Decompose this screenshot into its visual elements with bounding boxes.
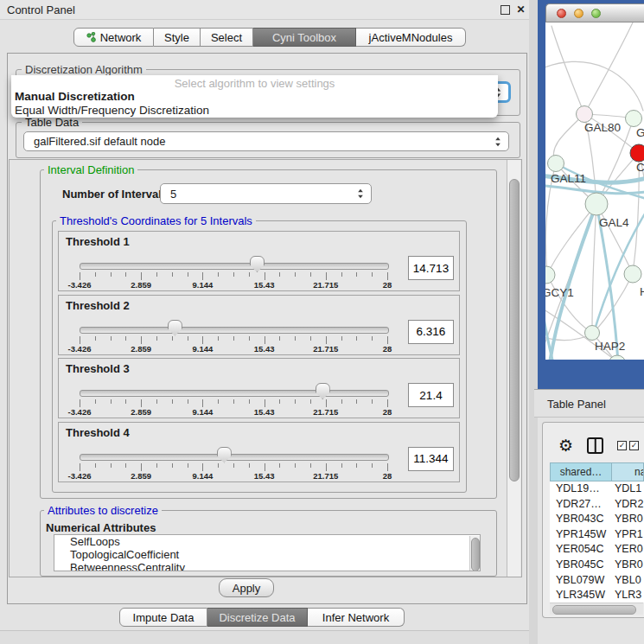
tab-jactivemnodules[interactable]: jActiveMNodules [356,28,466,47]
network-node[interactable] [585,326,600,341]
slider-track[interactable] [80,390,389,397]
attributes-group-label: Attributes to discretize [44,504,162,517]
tab-impute-data[interactable]: Impute Data [119,608,207,627]
panel-vertical-scrollbar[interactable] [507,160,520,577]
slider-tick [326,272,327,280]
slider-tick-labels: -3.4262.8599.14415.4321.71528 [80,344,388,354]
select-all-columns-icon[interactable]: ✓ [629,441,639,450]
dropdown-option-equal-width[interactable]: Equal Width/Frequency Discretization [15,104,501,117]
close-traffic-light-icon[interactable] [557,9,566,18]
attribute-list-item[interactable]: TopologicalCoefficient [54,548,480,561]
interval-definition-label: Interval Definition [44,163,137,176]
threshold-value-field[interactable] [408,447,454,471]
network-node[interactable] [630,144,644,162]
table-row[interactable]: YDL19…YDL1 [550,481,644,497]
network-node[interactable] [548,156,564,172]
column-layout-icon[interactable] [587,437,603,454]
tab-cyni-toolbox[interactable]: Cyni Toolbox [253,28,356,47]
slider-tick [188,336,188,341]
slider-tick [80,463,80,471]
slider-tick [372,463,373,468]
select-columns-icon[interactable]: ✓ [617,441,627,450]
threshold-value-field[interactable] [408,320,454,344]
tick-label: 2.859 [131,471,151,481]
threshold-label: Threshold 1 [66,235,130,248]
slider-tick [265,272,265,280]
slider-track[interactable] [80,454,389,461]
tab-label: Discretize Data [219,611,295,624]
table-row[interactable]: YBR043CYBR0 [550,512,644,527]
numerical-attributes-label: Numerical Attributes [46,521,156,534]
cell-name: YBL0 [615,573,641,589]
gear-icon[interactable]: ⚙ [558,437,573,455]
column-header-name[interactable]: name [611,462,644,481]
network-node[interactable] [577,106,593,123]
scrollbar-thumb[interactable] [552,605,636,615]
table-horizontal-scrollbar[interactable] [550,603,643,615]
tab-label: Cyni Toolbox [272,31,336,44]
tab-discretize-data[interactable]: Discretize Data [207,608,308,627]
slider-tick [233,463,234,468]
table-data-combobox[interactable]: galFiltered.sif default node [23,131,509,151]
network-node[interactable] [585,193,608,215]
slider-tick [156,336,157,341]
column-header-shared[interactable]: shared… [550,462,612,481]
slider-track[interactable] [80,327,389,334]
float-window-icon[interactable] [500,4,511,16]
attribute-list-item[interactable]: BetweennessCentrality [54,561,480,571]
scrollbar-thumb[interactable] [471,538,480,571]
network-canvas[interactable]: GAL80GACGAL11GAL4GCY1HHAP2 [545,22,644,360]
tick-label: 15.43 [254,407,275,417]
tab-network[interactable]: Network [73,28,154,47]
tab-style[interactable]: Style [154,28,201,47]
cell-name: YDR2 [615,497,643,513]
close-window-icon[interactable]: ✕ [515,4,526,16]
list-vertical-scrollbar[interactable] [469,536,481,571]
threshold-value-field[interactable] [408,383,454,407]
network-node[interactable] [626,111,642,127]
slider-tick [80,399,80,407]
network-window-titlebar[interactable] [545,3,644,22]
table-panel-header: Table Panel [534,389,644,418]
dropdown-option-manual[interactable]: Manual Discretization [15,90,501,103]
slider-track[interactable] [80,263,389,270]
table-row[interactable]: YLR345WYLR3 [550,588,644,603]
attribute-list-item[interactable]: SelfLoops [54,535,480,548]
slider-tick [295,463,296,468]
tab-select[interactable]: Select [201,28,253,47]
network-node[interactable] [624,265,641,283]
slider-tick [387,272,388,280]
slider-handle[interactable] [217,447,232,463]
slider-tick [111,336,112,341]
table-row[interactable]: YBR045CYBR0 [550,558,644,573]
slider-tick [265,336,265,344]
top-tab-bar: Network Style Select Cyni Toolbox jActiv… [73,28,466,47]
slider-tick [188,399,188,404]
network-node[interactable] [545,266,555,284]
scrollbar-thumb[interactable] [509,179,520,481]
slider-handle[interactable] [316,383,330,399]
num-intervals-combobox[interactable]: 5 [160,183,372,204]
dropdown-placeholder-option[interactable]: Select algorithm to view settings [11,77,498,90]
table-row[interactable]: YER054CYER0 [550,542,644,558]
control-panel-titlebar: Control Panel ✕ [0,0,534,20]
slider-tick [233,272,234,277]
tick-label: 15.43 [254,280,275,290]
attributes-listbox[interactable]: SelfLoopsTopologicalCoefficientBetweenne… [54,534,481,571]
slider-handle[interactable] [250,256,265,272]
slider-tick [218,272,219,277]
table-row[interactable]: YDR27…YDR2 [550,497,644,513]
threshold-value-field[interactable] [408,256,454,280]
tab-infer-network[interactable]: Infer Network [308,608,405,627]
cell-name: YER0 [615,542,643,558]
table-row[interactable]: YBL079WYBL0 [550,573,644,589]
table-row[interactable]: YPR145WYPR1 [550,527,644,543]
combo-stepper-icon [357,188,364,199]
slider-tick [125,336,126,341]
zoom-traffic-light-icon[interactable] [591,9,601,18]
slider-handle[interactable] [168,320,182,336]
minimize-traffic-light-icon[interactable] [574,9,583,18]
network-graph: GAL80GACGAL11GAL4GCY1HHAP2 [545,22,644,360]
apply-button[interactable]: Apply [219,578,274,597]
panel-divider[interactable] [529,0,538,644]
